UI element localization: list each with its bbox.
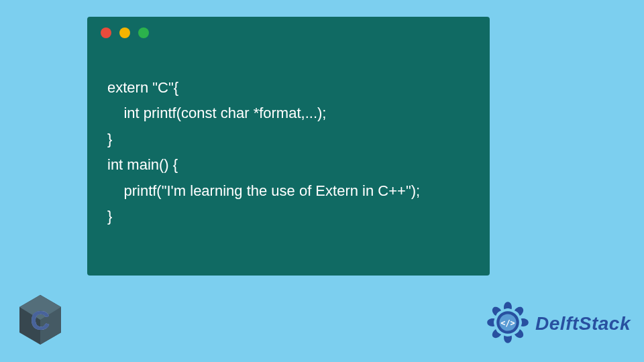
c-logo-letter-shadow: C: [31, 306, 50, 335]
code-line: extern "C"{: [107, 79, 178, 96]
window-titlebar: [87, 17, 490, 45]
delftstack-logo: </> DelftStack: [484, 299, 631, 349]
code-line: printf("I'm learning the use of Extern i…: [107, 182, 420, 199]
code-line: int main() {: [107, 156, 178, 173]
c-language-logo-icon: C C: [17, 294, 64, 349]
code-window: extern "C"{ int printf(const char *forma…: [87, 17, 490, 276]
code-line: }: [107, 131, 112, 147]
code-line: }: [107, 208, 112, 225]
svg-text:</>: </>: [500, 318, 515, 328]
code-body: extern "C"{ int printf(const char *forma…: [87, 45, 490, 255]
close-icon: [101, 27, 111, 38]
delftstack-text: DelftStack: [535, 313, 631, 335]
minimize-icon: [119, 27, 130, 38]
maximize-icon: [138, 27, 149, 38]
delftstack-emblem-icon: </>: [484, 299, 531, 349]
code-line: int printf(const char *format,...);: [107, 105, 326, 121]
